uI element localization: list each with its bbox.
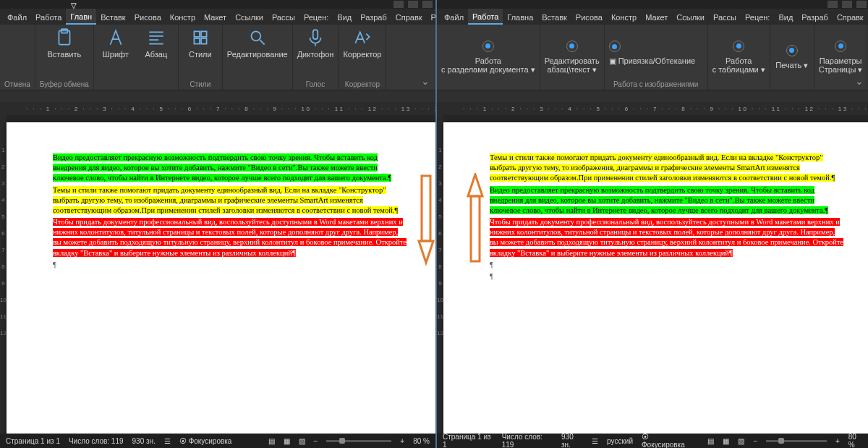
zoom-level[interactable]: 80 % <box>848 433 864 448</box>
status-words[interactable]: Число слов: 119 <box>69 437 124 445</box>
table-button[interactable]: Работас таблицами ▾ <box>712 56 765 75</box>
focus-mode[interactable]: ⦿ Фокусировка <box>642 433 690 448</box>
maximize-icon[interactable] <box>842 1 852 8</box>
menu-вставк[interactable]: Вставк <box>537 9 571 24</box>
status-words[interactable]: Число слов: 119 <box>502 433 553 448</box>
menu-макет[interactable]: Макет <box>200 9 231 24</box>
paragraph-button[interactable]: Абзац <box>139 28 174 59</box>
view-web-icon[interactable]: ▧ <box>738 437 744 445</box>
corrector-button[interactable]: Корректор <box>343 28 381 59</box>
document-page[interactable]: Видео предоставляет прекрасную возможнос… <box>7 122 435 434</box>
menu-вид[interactable]: Вид <box>774 9 797 24</box>
menu-макет[interactable]: Макет <box>641 9 672 24</box>
menu-вид[interactable]: Вид <box>333 9 356 24</box>
pilcrow: ¶ <box>490 271 844 282</box>
view-read-icon[interactable]: ▦ <box>723 437 729 445</box>
titlebar <box>0 0 435 9</box>
status-chars[interactable]: 930 зн. <box>132 437 156 445</box>
button-label: Диктофон <box>297 50 334 59</box>
workspace: 123456789101112 Темы и стили также помог… <box>437 115 868 434</box>
sections-button[interactable]: Работас разделами документа ▾ <box>441 56 535 75</box>
status-chars[interactable]: 930 зн. <box>561 433 583 448</box>
menu-рассы[interactable]: Рассы <box>268 9 299 24</box>
menu-pdf-x[interactable]: PDF-X <box>427 9 435 24</box>
edit-button[interactable]: Редактирование <box>227 28 288 59</box>
language-icon[interactable]: ☰ <box>592 437 598 445</box>
menu-файл[interactable]: Файл <box>440 9 468 24</box>
view-print-icon[interactable]: ▤ <box>268 437 275 445</box>
view-web-icon[interactable]: ▧ <box>299 437 305 445</box>
menu-вставк[interactable]: Вставк <box>96 9 130 24</box>
status-language[interactable]: русский <box>607 437 633 445</box>
close-icon[interactable] <box>856 1 867 8</box>
document-page[interactable]: Темы и стили также помогают придать доку… <box>443 122 868 434</box>
vertical-ruler: 123456789101112 <box>0 115 7 434</box>
group-label: Работа с изображениями <box>609 79 703 88</box>
accessibility-icon[interactable]: ☰ <box>164 437 171 445</box>
status-page[interactable]: Страница 1 из 1 <box>6 437 60 445</box>
font-button[interactable]: Шрифт <box>98 28 133 59</box>
menu-рисова[interactable]: Рисова <box>571 9 607 24</box>
pageparams-button[interactable]: ПараметрыСтраницы ▾ <box>819 56 863 75</box>
collapse-ribbon-icon[interactable]: ⌄ <box>421 75 430 87</box>
zoom-level[interactable]: 80 % <box>413 437 430 445</box>
paragraph-green[interactable]: Видео предоставляет прекрасную возможнос… <box>490 186 828 214</box>
zoom-in-icon[interactable]: + <box>835 437 840 445</box>
paragraph-green[interactable]: Видео предоставляет прекрасную возможнос… <box>53 153 391 182</box>
status-page[interactable]: Страница 1 из 1 <box>443 433 493 448</box>
menu-работа[interactable]: Работа <box>31 9 66 24</box>
zoom-in-icon[interactable]: + <box>400 437 404 445</box>
menu-главна[interactable]: Главна <box>503 9 537 24</box>
menu-ссылки[interactable]: Ссылки <box>672 9 709 24</box>
menu-рецен:[interactable]: Рецен: <box>299 9 333 24</box>
editpara-button[interactable]: Редактироватьабзац\текст ▾ <box>545 56 600 75</box>
zoom-slider[interactable] <box>766 440 827 442</box>
paste-button[interactable]: Вставить <box>47 28 82 59</box>
paragraph-yellow[interactable]: Темы и стили также помогают придать доку… <box>490 153 835 182</box>
view-read-icon[interactable]: ▦ <box>284 437 290 445</box>
menu-файл[interactable]: Файл <box>3 9 31 24</box>
zoom-out-icon[interactable]: − <box>753 437 757 445</box>
titlebar <box>437 0 868 9</box>
menu-рецен:[interactable]: Рецен: <box>741 9 774 24</box>
minimize-icon[interactable] <box>827 1 838 8</box>
radio-on-icon[interactable] <box>786 45 798 56</box>
paragraph-yellow[interactable]: Темы и стили также помогают придать доку… <box>53 186 398 214</box>
menu-справк[interactable]: Справк <box>391 9 427 24</box>
close-icon[interactable] <box>422 1 433 8</box>
radio-on-icon[interactable] <box>482 41 494 52</box>
menu-констр[interactable]: Констр <box>607 9 641 24</box>
maximize-icon[interactable] <box>408 1 418 8</box>
ribbon-sub <box>0 90 435 102</box>
button-label: Работас таблицами ▾ <box>712 56 765 75</box>
menu-работа[interactable]: Работа <box>468 9 503 25</box>
view-print-icon[interactable]: ▤ <box>707 437 714 445</box>
menu-разраб[interactable]: Разраб <box>356 9 391 24</box>
zoom-out-icon[interactable]: − <box>314 437 318 445</box>
menu-рисова[interactable]: Рисова <box>130 9 166 24</box>
menu-рассы[interactable]: Рассы <box>709 9 741 24</box>
radio-on-icon[interactable] <box>835 41 846 52</box>
radio-on-icon[interactable] <box>566 41 578 52</box>
collapse-ribbon-icon[interactable]: ⌄ <box>855 75 864 87</box>
menu-главн[interactable]: Главн <box>66 9 96 25</box>
paragraph-icon <box>146 28 166 48</box>
button-label: Редактироватьабзац\текст ▾ <box>545 56 600 75</box>
radio-on-icon <box>609 41 621 52</box>
minimize-icon[interactable] <box>393 1 404 8</box>
anchor-checkbox[interactable] <box>609 41 621 52</box>
menu-разраб[interactable]: Разраб <box>797 9 833 24</box>
paragraph-red[interactable]: Чтобы придать документу профессиональный… <box>490 218 843 257</box>
zoom-slider[interactable] <box>326 440 391 442</box>
styles-button[interactable]: Стили <box>183 28 218 59</box>
focus-mode[interactable]: ⦿ Фокусировка <box>179 437 232 445</box>
menu-справк[interactable]: Справк <box>833 9 868 24</box>
radio-on-icon[interactable] <box>733 41 744 52</box>
ribbon: Работас разделами документа ▾Редактирова… <box>437 25 868 90</box>
menu-ссылки[interactable]: Ссылки <box>231 9 268 24</box>
menu-констр[interactable]: Констр <box>166 9 200 24</box>
anchor-wrap-label[interactable]: ▣ Привязка/Обтекание <box>609 56 696 66</box>
paragraph-red[interactable]: Чтобы придать документу профессиональный… <box>53 218 407 257</box>
mic-button[interactable]: Диктофон <box>297 28 334 59</box>
print-button[interactable]: Печать ▾ <box>775 61 809 70</box>
